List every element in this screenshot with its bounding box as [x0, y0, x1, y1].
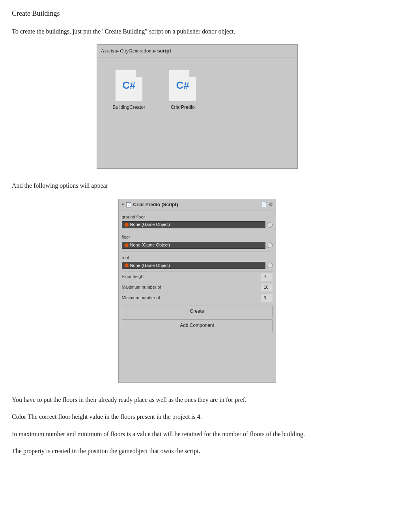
roof-input-row: None (Game Object) — [122, 262, 273, 269]
ground-floor-input-row: None (Game Object) — [122, 221, 273, 228]
min-floors-value[interactable]: 3 — [261, 294, 273, 302]
object-dot-icon — [125, 223, 129, 227]
floor-height-row: Floor height 4 — [119, 272, 276, 282]
roof-label: roof — [122, 253, 273, 262]
intro-text: To create the buildings, just put the "C… — [12, 26, 382, 37]
roof-dot-icon — [125, 263, 129, 267]
paragraph-2: Color The correct floor height value in … — [12, 412, 382, 422]
roof-circle-icon[interactable] — [267, 263, 273, 268]
criar-predio-script: C# CriarPredio — [169, 70, 196, 111]
book-icon: 📄 — [261, 201, 267, 209]
floor-circle-icon[interactable] — [267, 243, 273, 248]
enable-checkbox[interactable] — [126, 202, 131, 207]
ground-floor-circle-icon[interactable] — [267, 222, 273, 228]
roof-field[interactable]: None (Game Object) — [122, 262, 265, 269]
criar-predio-icon: C# — [169, 70, 196, 101]
csharp-label-1: C# — [122, 77, 135, 94]
floor-group: floor None (Game Object) — [119, 231, 276, 251]
max-floors-value[interactable]: 10 — [261, 284, 273, 291]
paragraph-4: The property is created in the position … — [12, 446, 382, 456]
inspector-title: Criar Predio (Script) — [133, 201, 259, 209]
assets-panel: Assets ▶ CityGeneration ▶ script C# Buil… — [97, 44, 298, 169]
building-creator-script: C# BuildingCreator — [113, 70, 146, 111]
ground-floor-label: ground floor — [122, 213, 273, 222]
ground-floor-group: ground floor None (Game Object) — [119, 211, 276, 231]
inspector-header: ▼ Criar Predio (Script) 📄 ⚙ — [119, 199, 276, 211]
assets-panel-content: C# BuildingCreator C# CriarPredio — [97, 58, 297, 168]
roof-group: roof None (Game Object) — [119, 252, 276, 272]
breadcrumb: Assets ▶ CityGeneration ▶ script — [101, 47, 172, 55]
min-floors-row: Minimum number of 3 — [119, 293, 276, 304]
add-component-button[interactable]: Add Component — [122, 319, 273, 332]
floor-field[interactable]: None (Game Object) — [122, 242, 265, 249]
assets-panel-header: Assets ▶ CityGeneration ▶ script — [97, 45, 297, 58]
floor-value: None (Game Object) — [130, 242, 170, 249]
floor-input-row: None (Game Object) — [122, 242, 273, 249]
page-title: Create Buildings — [12, 8, 382, 19]
paragraph-3: In maximum number and minimum of floors … — [12, 429, 382, 439]
building-creator-icon: C# — [115, 70, 143, 101]
gear-icon: ⚙ — [269, 201, 273, 209]
floor-dot-icon — [125, 243, 129, 247]
after-image-text: And the following options will appear — [12, 181, 382, 191]
paragraph-1: You have to put the floors in their alre… — [12, 395, 382, 405]
criar-predio-label: CriarPredio — [171, 104, 195, 111]
ground-floor-value: None (Game Object) — [130, 221, 170, 228]
min-floors-label: Minimum number of — [122, 295, 261, 302]
inspector-panel-image: ▼ Criar Predio (Script) 📄 ⚙ ground floor… — [12, 199, 382, 383]
csharp-label-2: C# — [176, 77, 189, 94]
collapse-triangle-icon: ▼ — [121, 202, 125, 208]
building-creator-label: BuildingCreator — [113, 104, 146, 111]
inspector-spacer — [119, 335, 276, 383]
assets-panel-image: Assets ▶ CityGeneration ▶ script C# Buil… — [12, 44, 382, 169]
inspector-panel: ▼ Criar Predio (Script) 📄 ⚙ ground floor… — [118, 199, 276, 383]
max-floors-label: Maximum number of — [122, 284, 261, 291]
ground-floor-field[interactable]: None (Game Object) — [122, 221, 265, 228]
floor-height-label: Floor height — [122, 273, 261, 280]
inspector-icons: 📄 ⚙ — [261, 201, 273, 209]
max-floors-row: Maximum number of 10 — [119, 282, 276, 293]
floor-label: floor — [122, 233, 273, 242]
inspector-body: ground floor None (Game Object) floor No… — [119, 211, 276, 383]
create-button[interactable]: Create — [122, 306, 273, 317]
floor-height-value[interactable]: 4 — [261, 273, 273, 281]
roof-value: None (Game Object) — [130, 262, 170, 269]
